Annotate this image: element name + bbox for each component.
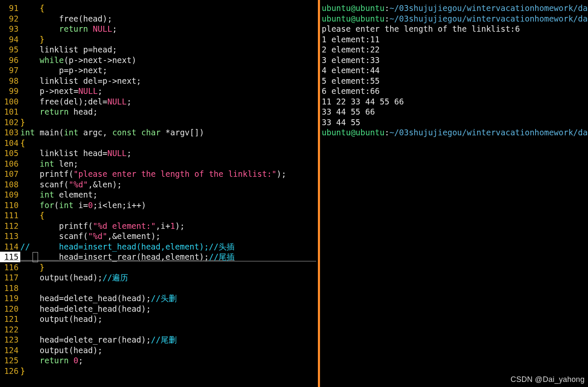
- code-line[interactable]: 107 printf("please enter the length of t…: [0, 169, 318, 179]
- code-line[interactable]: 119 head=delete_head(head);//头删: [0, 293, 318, 304]
- code-line[interactable]: 98 linklist del=p->next;: [0, 76, 318, 86]
- code-content: while(p->next->next): [20, 55, 137, 66]
- terminal-command-line[interactable]: ubuntu@ubuntu:~/03shujujiegou/wintervaca…: [322, 3, 586, 14]
- prompt-user: ubuntu@ubuntu: [322, 14, 385, 23]
- code-line[interactable]: 121 output(head);: [0, 314, 318, 324]
- code-line[interactable]: 108 scanf("%d",&len);: [0, 179, 318, 190]
- code-line[interactable]: 125 return 0;: [0, 355, 318, 366]
- line-number: 115: [0, 252, 20, 262]
- line-number: 109: [0, 189, 20, 200]
- code-line[interactable]: 120 head=delete_head(head);: [0, 304, 318, 314]
- code-line[interactable]: 106 int len;: [0, 159, 318, 169]
- line-number: 124: [0, 345, 20, 356]
- line-number: 122: [0, 324, 20, 335]
- code-line[interactable]: 105 linklist head=NULL;: [0, 148, 318, 159]
- code-content: head=delete_head(head);//头删: [20, 293, 177, 304]
- code-line[interactable]: 101 return head;: [0, 107, 318, 117]
- prompt-user: ubuntu@ubuntu: [322, 3, 385, 13]
- code-content: free(del);del=NULL;: [20, 96, 131, 107]
- line-number: 126: [0, 366, 20, 376]
- code-content: linklist del=p->next;: [20, 76, 141, 86]
- code-line[interactable]: 116 }: [0, 262, 318, 273]
- code-line[interactable]: 122: [0, 324, 318, 335]
- line-number: 98: [0, 76, 20, 86]
- line-number: 108: [0, 179, 20, 190]
- terminal-output-line: 33 44 55: [322, 117, 586, 128]
- code-line[interactable]: 95 linklist p=head;: [0, 44, 318, 55]
- code-content: }: [20, 117, 25, 128]
- code-editor[interactable]: 91 {92 free(head);93 return NULL;94 }95 …: [0, 0, 318, 387]
- code-line[interactable]: 99 p->next=NULL;: [0, 86, 318, 96]
- output-text: please enter the length of the linklist:…: [322, 24, 520, 33]
- line-number: 103: [0, 127, 20, 138]
- output-text: 5 element:55: [322, 76, 380, 85]
- line-number: 93: [0, 24, 20, 34]
- code-line[interactable]: 100 free(del);del=NULL;: [0, 96, 318, 107]
- prompt-path: ~/03shujujiegou/wintervacationhomework/d…: [389, 14, 588, 23]
- code-line[interactable]: 97 p=p->next;: [0, 65, 318, 76]
- code-content: int element;: [20, 189, 98, 200]
- active-line-underline: [19, 261, 316, 261]
- code-content: p=p->next;: [20, 65, 107, 76]
- line-number: 95: [0, 44, 20, 55]
- code-line[interactable]: 113 scanf("%d",&element);: [0, 231, 318, 242]
- code-content: // head=insert_head(head,element);//头插: [20, 242, 235, 252]
- code-content: output(head);: [20, 345, 103, 356]
- code-content: free(head);: [20, 14, 112, 24]
- code-line[interactable]: 91 {: [0, 3, 318, 14]
- terminal-output-line: 6 element:66: [322, 86, 586, 96]
- line-number: 120: [0, 304, 20, 314]
- line-number: 111: [0, 210, 20, 221]
- editor-cursor: [33, 252, 38, 262]
- code-content: }: [20, 262, 44, 273]
- terminal-command-line[interactable]: ubuntu@ubuntu:~/03shujujiegou/wintervaca…: [322, 127, 586, 138]
- terminal-command-line[interactable]: ubuntu@ubuntu:~/03shujujiegou/wintervaca…: [322, 14, 586, 24]
- code-content: int len;: [20, 159, 78, 169]
- code-content: p->next=NULL;: [20, 86, 103, 96]
- terminal-output-line: 2 element:22: [322, 44, 586, 55]
- line-number: 112: [0, 221, 20, 231]
- terminal-pane[interactable]: ubuntu@ubuntu:~/03shujujiegou/wintervaca…: [320, 0, 588, 387]
- line-number: 113: [0, 231, 20, 242]
- code-line[interactable]: 96 while(p->next->next): [0, 55, 318, 66]
- code-line[interactable]: 118: [0, 283, 318, 294]
- line-number: 121: [0, 314, 20, 324]
- code-content: output(head);: [20, 314, 103, 324]
- code-line[interactable]: 104{: [0, 138, 318, 148]
- output-text: 6 element:66: [322, 86, 380, 96]
- code-line[interactable]: 117 output(head);//遍历: [0, 272, 318, 283]
- line-number: 118: [0, 283, 20, 294]
- line-number: 100: [0, 96, 20, 107]
- code-content: return 0;: [20, 355, 83, 366]
- code-content: return NULL;: [20, 24, 117, 34]
- terminal-output-line: please enter the length of the linklist:…: [322, 24, 586, 34]
- code-content: printf("%d element:",i+1);: [20, 221, 185, 231]
- line-number: 94: [0, 34, 20, 45]
- prompt-colon: :: [385, 14, 389, 23]
- prompt-colon: :: [385, 128, 389, 137]
- code-line[interactable]: 112 printf("%d element:",i+1);: [0, 221, 318, 231]
- output-text: 3 element:33: [322, 55, 380, 65]
- line-number: 110: [0, 200, 20, 211]
- line-number: 104: [0, 138, 20, 148]
- code-line[interactable]: 109 int element;: [0, 189, 318, 200]
- code-line[interactable]: 92 free(head);: [0, 14, 318, 24]
- code-line[interactable]: 124 output(head);: [0, 345, 318, 356]
- code-line[interactable]: 103int main(int argc, const char *argv[]…: [0, 127, 318, 138]
- code-content: {: [20, 138, 25, 148]
- code-line[interactable]: 93 return NULL;: [0, 24, 318, 34]
- terminal-output-line: 11 22 33 44 55 66: [322, 96, 586, 107]
- output-text: 1 element:11: [322, 35, 380, 44]
- code-line[interactable]: 94 }: [0, 34, 318, 45]
- line-number: 107: [0, 169, 20, 179]
- code-line[interactable]: 102}: [0, 117, 318, 128]
- watermark-text: CSDN @Dai_yahong: [511, 374, 585, 385]
- line-number: 106: [0, 159, 20, 169]
- output-text: 33 44 55: [322, 118, 361, 127]
- code-line[interactable]: 111 {: [0, 210, 318, 221]
- code-line[interactable]: 126}: [0, 366, 318, 376]
- code-line[interactable]: 114// head=insert_head(head,element);//头…: [0, 242, 318, 252]
- code-content: printf("please enter the length of the l…: [20, 169, 286, 179]
- code-line[interactable]: 123 head=delete_rear(head);//尾删: [0, 335, 318, 345]
- code-line[interactable]: 110 for(int i=0;i<len;i++): [0, 200, 318, 211]
